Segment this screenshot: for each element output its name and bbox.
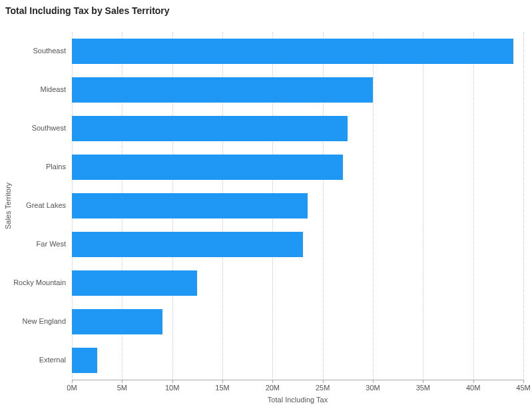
x-tick [272,380,273,383]
bar-row [72,341,97,380]
x-tick-label: 0M [59,384,85,392]
y-tick-label: Southwest [0,125,66,132]
x-tick [122,380,123,383]
x-tick [523,380,524,383]
y-tick-label: Far West [0,240,66,248]
bar[interactable] [72,77,373,103]
y-tick-label: Plains [0,163,66,171]
bar[interactable] [72,270,197,296]
x-tick [373,380,374,383]
gridline [523,32,524,380]
bar[interactable] [72,116,348,141]
gridline [423,32,423,380]
bar[interactable] [72,193,308,218]
x-tick-label: 30M [360,384,386,392]
y-tick-label: New England [0,318,66,325]
bar-row [72,109,348,148]
y-tick-label: Mideast [0,86,66,93]
gridline [473,32,474,380]
bar-row [72,225,303,264]
x-tick-label: 45M [510,384,532,392]
bar-row [72,32,513,71]
y-tick-label: Rocky Mountain [0,279,66,286]
bar[interactable] [72,309,162,334]
x-tick-label: 35M [409,384,436,392]
bar[interactable] [72,39,513,64]
bar-row [72,302,162,341]
y-tick-label: Southeast [0,47,66,55]
bar[interactable] [72,348,97,373]
gridline [373,32,374,380]
x-tick [473,380,474,383]
x-tick-label: 5M [109,384,135,392]
bar-row [72,148,343,187]
x-tick-label: 20M [259,384,286,392]
chart-title: Total Including Tax by Sales Territory [0,0,532,16]
x-tick [222,380,223,383]
bar-row [72,264,197,302]
x-tick [172,380,173,383]
x-tick-label: 15M [209,384,236,392]
x-tick [423,380,423,383]
x-tick-label: 40M [460,384,487,392]
y-tick-label: External [0,356,66,364]
x-tick [323,380,324,383]
x-axis-title: Total Including Tax [72,396,523,404]
y-tick-label: Great Lakes [0,202,66,209]
x-tick [72,380,73,383]
plot-area [72,32,523,380]
bar[interactable] [72,232,303,257]
bar[interactable] [72,155,343,180]
x-tick-label: 10M [159,384,186,392]
bar-row [72,187,308,225]
x-tick-label: 25M [310,384,336,392]
bar-row [72,71,373,109]
x-axis-line [72,380,523,380]
